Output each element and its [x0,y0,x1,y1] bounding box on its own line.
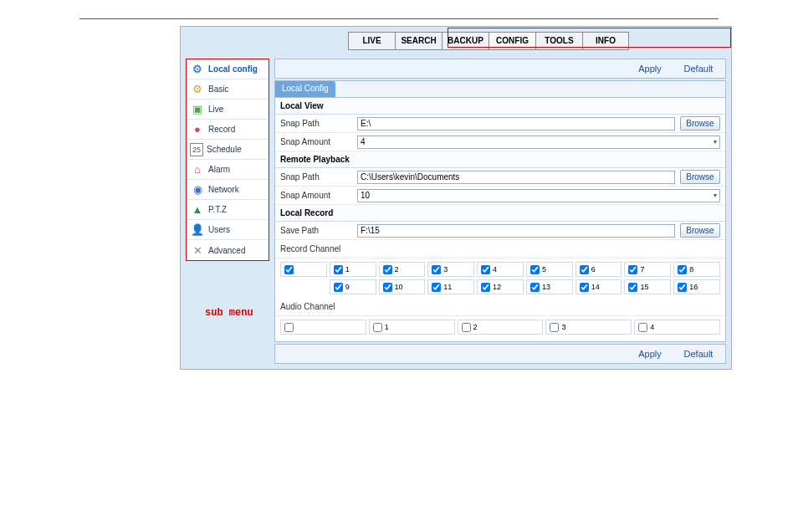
audio-channel-4-label: 4 [650,323,654,331]
record-channel-11-checkbox[interactable] [432,283,441,292]
section-local-record: Local Record [275,205,725,222]
record-channel-5: 5 [526,262,573,277]
select-local-view-snap-amount[interactable]: 4▾ [357,136,720,149]
tab-info[interactable]: INFO [582,32,629,50]
audio-channel-grid: 1234 [275,316,725,338]
record-channel-15: 15 [624,279,671,294]
input-save-path[interactable] [357,224,675,238]
audio-channel-1-label: 1 [385,323,389,331]
record-channel-13: 13 [526,279,573,294]
audio-channel-2: 2 [458,320,544,335]
record-channel-3-checkbox[interactable] [432,265,441,274]
record-channel-all [280,262,327,277]
record-channel-14-checkbox[interactable] [580,283,589,292]
section-local-view: Local View [275,98,725,115]
record-channel-12-label: 12 [493,283,501,291]
audio-channel-1-checkbox[interactable] [373,323,382,332]
config-panel: Local Config Local View Snap Path Browse… [274,80,726,342]
apply-button[interactable]: Apply [630,349,670,359]
browse-button[interactable]: Browse [680,170,720,184]
audio-channel-3: 3 [545,320,632,335]
app-window: LIVESEARCHBACKUPCONFIGTOOLSINFO ⚙Local c… [180,26,732,370]
top-button-row: Apply Default [274,59,726,79]
sidebar-item-live[interactable]: ▣Live [187,100,269,120]
audio-channel-3-checkbox[interactable] [550,323,559,332]
record-channel-4-checkbox[interactable] [481,265,490,274]
alarm-icon: ⌂ [190,162,205,177]
sidebar-item-p-t-z[interactable]: ▲P.T.Z [187,200,269,220]
apply-button[interactable]: Apply [630,64,670,74]
record-channel-grid: 12345678910111213141516 [275,258,725,298]
audio-channel-4: 4 [634,320,720,335]
record-channel-8-label: 8 [689,265,693,274]
record-channel-2: 2 [379,262,426,277]
input-local-view-snap-path[interactable] [357,117,675,130]
section-remote-playback: Remote Playback [275,151,725,168]
record-channel-2-checkbox[interactable] [383,265,392,274]
advanced-icon: ✕ [190,243,205,258]
sidebar-item-schedule[interactable]: 25Schedule [187,140,269,160]
record-channel-7-checkbox[interactable] [628,265,637,274]
record-channel-10-checkbox[interactable] [383,283,392,292]
record-channel-1-checkbox[interactable] [334,265,343,274]
browse-button[interactable]: Browse [680,116,720,130]
main-menu: LIVESEARCHBACKUPCONFIGTOOLSINFO [348,32,629,50]
record-channel-6: 6 [575,262,622,277]
tab-config[interactable]: CONFIG [489,32,535,50]
record-channel-9-checkbox[interactable] [334,283,343,292]
audio-channel-3-label: 3 [561,323,565,331]
tab-tools[interactable]: TOOLS [535,32,582,50]
record-channel-8-checkbox[interactable] [678,265,687,274]
record-channel-13-checkbox[interactable] [530,283,540,292]
sidebar-item-local-config[interactable]: ⚙Local config [187,59,269,79]
bottom-button-row: Apply Default [274,344,726,364]
browse-button[interactable]: Browse [680,223,720,238]
sidebar-item-users[interactable]: 👤Users [187,220,269,240]
record-channel-16-checkbox[interactable] [678,283,687,292]
record-channel-10-label: 10 [395,283,403,291]
record-channel-15-checkbox[interactable] [628,283,637,292]
tab-search[interactable]: SEARCH [395,32,442,50]
sidebar-item-label: Users [208,225,230,234]
record-channel-13-label: 13 [542,283,550,291]
record-channel-2-label: 2 [395,265,399,274]
tab-live[interactable]: LIVE [348,32,395,50]
record-channel-12: 12 [477,279,524,294]
sidebar-item-alarm[interactable]: ⌂Alarm [187,160,269,180]
sidebar-item-record[interactable]: ●Record [187,120,269,140]
record-channel-5-label: 5 [542,265,546,274]
record-channel-16: 16 [673,279,720,294]
sidebar-item-label: Schedule [207,145,242,154]
record-channel-9-label: 9 [345,283,350,291]
record-channel-5-checkbox[interactable] [530,265,540,274]
network-icon: ◉ [190,182,205,197]
record-channel-6-checkbox[interactable] [580,265,589,274]
audio-channel-all [280,320,366,335]
sidebar-item-basic[interactable]: ⚙Basic [187,79,269,100]
record-channel-all-checkbox[interactable] [284,265,294,274]
label-save-path: Save Path [275,226,357,235]
label-snap-amount: Snap Amount [275,137,357,146]
tab-backup[interactable]: BACKUP [442,32,489,50]
sidebar-item-label: Local config [208,64,258,74]
record-channel-12-checkbox[interactable] [481,283,490,292]
default-button[interactable]: Default [678,64,719,74]
record-channel-1: 1 [330,262,376,277]
select-remote-snap-amount[interactable]: 10▾ [357,189,720,202]
default-button[interactable]: Default [678,349,719,359]
audio-channel-4-checkbox[interactable] [638,323,647,332]
chevron-down-icon: ▾ [714,192,717,199]
audio-channel-all-checkbox[interactable] [284,323,294,332]
sidebar-item-label: Network [208,185,239,194]
sidebar-item-label: Alarm [208,165,230,174]
input-remote-snap-path[interactable] [357,171,675,184]
local-config-icon: ⚙ [190,62,205,77]
users-icon: 👤 [190,223,205,238]
label-snap-path: Snap Path [275,119,357,128]
panel-tab-local-config[interactable]: Local Config [275,81,335,97]
audio-channel-2-checkbox[interactable] [462,323,471,332]
record-channel-7-label: 7 [640,265,644,274]
sidebar-item-network[interactable]: ◉Network [187,180,269,200]
sidebar-item-advanced[interactable]: ✕Advanced [187,240,269,260]
sidebar-item-label: Record [208,125,235,134]
